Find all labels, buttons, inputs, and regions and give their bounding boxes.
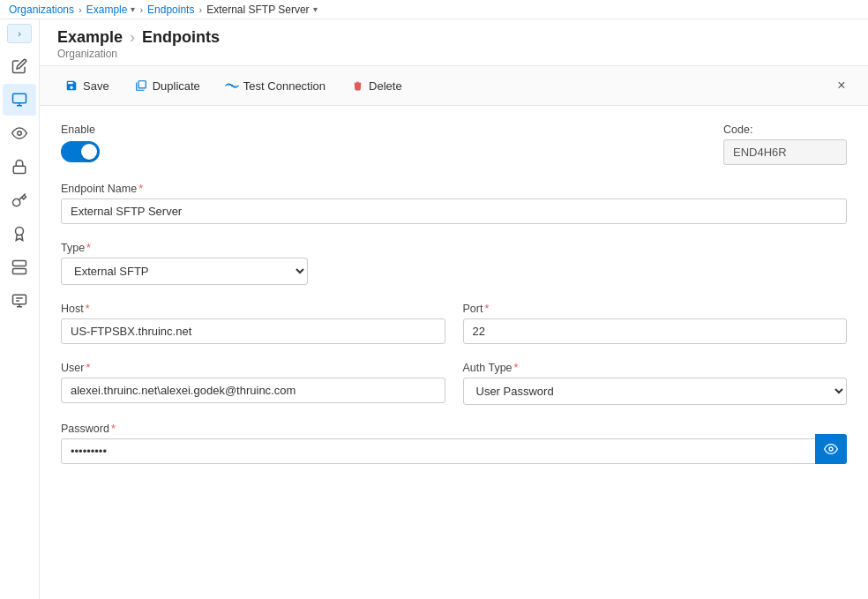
current-dropdown-icon[interactable]: ▾ [313, 4, 318, 14]
svg-rect-8 [13, 295, 26, 304]
sidebar-icon-lock[interactable] [3, 151, 36, 183]
save-button[interactable]: Save [54, 74, 120, 97]
sidebar: › [0, 19, 40, 599]
page-title-endpoints: Endpoints [142, 28, 220, 47]
toolbar: Save Duplicate Test Connection Delete [40, 66, 868, 106]
port-group: Port* [463, 303, 848, 344]
user-label: User* [61, 362, 445, 374]
svg-point-1 [18, 131, 22, 136]
breadcrumb-example[interactable]: Example [86, 4, 128, 16]
test-connection-icon [225, 79, 239, 93]
user-auth-row: User* Auth Type* User Password SSH Key C… [61, 362, 847, 405]
code-field [723, 139, 847, 165]
sidebar-icon-badge[interactable] [3, 218, 36, 250]
type-select[interactable]: External SFTP Internal SFTP FTP FTPS [61, 258, 308, 285]
test-connection-label: Test Connection [243, 79, 326, 93]
save-icon [64, 79, 79, 93]
port-input[interactable] [463, 318, 848, 344]
host-label: Host* [61, 303, 445, 315]
breadcrumb-organizations[interactable]: Organizations [9, 4, 74, 16]
password-group: Password* [61, 423, 847, 464]
user-input[interactable] [61, 378, 445, 403]
sidebar-toggle-button[interactable]: › [7, 24, 32, 43]
password-input[interactable] [61, 438, 847, 464]
test-connection-button[interactable]: Test Connection [214, 74, 336, 97]
type-group: Type* External SFTP Internal SFTP FTP FT… [61, 242, 326, 285]
password-row [61, 438, 847, 464]
svg-rect-4 [13, 261, 26, 266]
delete-button[interactable]: Delete [340, 74, 413, 97]
sidebar-icon-monitor[interactable] [3, 285, 36, 317]
enable-label: Enable [61, 124, 100, 136]
duplicate-button[interactable]: Duplicate [123, 74, 211, 97]
password-visibility-toggle[interactable] [815, 434, 847, 464]
enable-section: Enable [61, 124, 100, 162]
breadcrumb-current: External SFTP Server [206, 4, 309, 16]
host-port-row: Host* Port* [61, 303, 847, 344]
enable-toggle[interactable] [61, 141, 100, 162]
svg-rect-2 [13, 166, 26, 173]
duplicate-icon [134, 79, 148, 93]
code-section: Code: [723, 124, 847, 165]
duplicate-label: Duplicate [153, 79, 200, 93]
auth-type-label: Auth Type* [463, 362, 848, 374]
page-title-example: Example [57, 28, 123, 47]
sidebar-icon-visibility[interactable] [3, 117, 36, 149]
endpoint-name-input[interactable] [61, 198, 847, 224]
sidebar-icon-edit[interactable] [3, 50, 36, 82]
enable-code-row: Enable Code: [61, 124, 847, 165]
host-group: Host* [61, 303, 445, 344]
form-area: Enable Code: Endpoint Name* Type* [40, 106, 868, 599]
sidebar-icon-server[interactable] [3, 251, 36, 283]
breadcrumb: Organizations › Example ▾ › Endpoints › … [0, 0, 868, 19]
port-label: Port* [463, 303, 848, 315]
password-label: Password* [61, 423, 847, 435]
sidebar-icon-endpoints[interactable] [3, 84, 36, 116]
page-subtitle: Organization [57, 48, 850, 60]
svg-rect-5 [13, 269, 26, 274]
auth-type-select[interactable]: User Password SSH Key Certificate [463, 378, 848, 405]
delete-label: Delete [369, 79, 402, 93]
endpoint-name-group: Endpoint Name* [61, 183, 847, 224]
type-label: Type* [61, 242, 326, 254]
save-label: Save [83, 79, 109, 93]
code-label: Code: [723, 124, 847, 136]
user-group: User* [61, 362, 445, 405]
main-content: Example › Endpoints Organization Save Du… [40, 19, 868, 599]
close-button[interactable]: × [829, 73, 854, 98]
endpoint-name-label: Endpoint Name* [61, 183, 847, 195]
example-dropdown-icon[interactable]: ▾ [131, 4, 135, 14]
host-input[interactable] [61, 318, 445, 344]
svg-point-9 [231, 85, 234, 87]
svg-rect-0 [13, 94, 26, 103]
breadcrumb-endpoints[interactable]: Endpoints [147, 4, 194, 16]
page-header: Example › Endpoints Organization [40, 19, 868, 66]
auth-type-group: Auth Type* User Password SSH Key Certifi… [463, 362, 848, 405]
sidebar-icon-key[interactable] [3, 184, 36, 216]
svg-point-10 [829, 447, 833, 451]
delete-icon [350, 79, 364, 93]
svg-point-3 [16, 228, 24, 236]
